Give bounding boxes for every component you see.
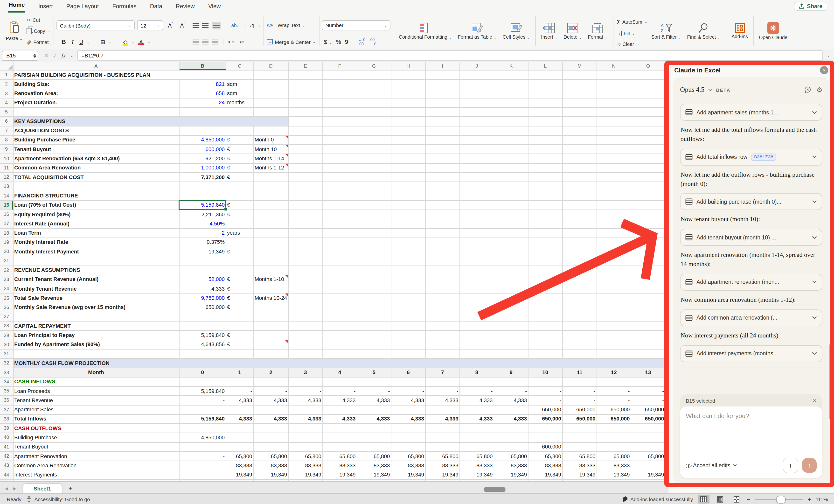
- cell-B38[interactable]: 5,159,840: [179, 414, 226, 424]
- cell-I14[interactable]: [425, 191, 460, 201]
- cell-L34[interactable]: [528, 377, 563, 387]
- cell-L18[interactable]: [528, 228, 563, 238]
- cell-E1[interactable]: [288, 70, 323, 80]
- zoom-slider[interactable]: [755, 499, 803, 500]
- row-header-40[interactable]: 40: [0, 433, 13, 442]
- cell-C43[interactable]: 83,333: [226, 461, 254, 470]
- cell-J44[interactable]: 19,349: [460, 470, 494, 480]
- cell-D7[interactable]: [254, 126, 288, 135]
- cell-M24[interactable]: [563, 284, 597, 293]
- cell-C18[interactable]: years: [226, 228, 254, 238]
- cell-A42[interactable]: Apartment Renovation: [13, 452, 179, 461]
- cell-D35[interactable]: -: [254, 387, 288, 396]
- cell-K35[interactable]: -: [494, 387, 528, 396]
- cell-E8[interactable]: [288, 135, 323, 145]
- cell-C1[interactable]: [226, 70, 254, 80]
- cell-J16[interactable]: [460, 210, 494, 219]
- cell-C22[interactable]: [226, 265, 254, 275]
- cell-N21[interactable]: [597, 256, 631, 266]
- cancel-entry-icon[interactable]: ✕: [44, 52, 48, 59]
- cell-F34[interactable]: [323, 377, 357, 387]
- cell-G28[interactable]: [357, 321, 391, 331]
- cell-A24[interactable]: Monthly Tenant Revenue: [13, 284, 179, 293]
- tool-call-card[interactable]: Add interest payments (months ...: [680, 345, 822, 362]
- cell-M31[interactable]: [563, 349, 597, 359]
- next-sheet-icon[interactable]: ▶: [13, 486, 16, 491]
- cell-D21[interactable]: [254, 256, 288, 266]
- cell-B4[interactable]: 24: [179, 98, 226, 108]
- cell-H8[interactable]: [391, 135, 425, 145]
- row-header-42[interactable]: 42: [0, 452, 13, 461]
- cell-K1[interactable]: [494, 70, 528, 80]
- select-all-corner[interactable]: [0, 62, 13, 70]
- cell-H40[interactable]: -: [391, 433, 425, 442]
- format-painter-button[interactable]: Format: [26, 39, 51, 46]
- cell-H31[interactable]: [391, 349, 425, 359]
- cell-O39[interactable]: [631, 424, 665, 433]
- cell-C6[interactable]: [226, 117, 254, 126]
- cell-D6[interactable]: [254, 117, 288, 126]
- cell-E43[interactable]: 83,333: [288, 461, 323, 470]
- cell-M5[interactable]: [563, 107, 597, 117]
- cell-L8[interactable]: [528, 135, 563, 145]
- cell-F5[interactable]: [323, 107, 357, 117]
- cell-H22[interactable]: [391, 265, 425, 275]
- format-as-table-button[interactable]: Format as Table ⌄: [455, 22, 500, 40]
- cell-F1[interactable]: [323, 70, 357, 80]
- row-header-8[interactable]: 8: [0, 135, 13, 145]
- cell-L10[interactable]: [528, 154, 563, 163]
- cell-I13[interactable]: [425, 182, 460, 191]
- cell-C26[interactable]: €: [226, 303, 254, 312]
- cell-C12[interactable]: €: [226, 173, 254, 182]
- cell-O11[interactable]: [631, 163, 665, 173]
- tool-call-card[interactable]: Add tenant buyout (month 10) ...: [680, 229, 822, 246]
- cell-O19[interactable]: [631, 238, 665, 247]
- feedback-icon[interactable]: [804, 86, 812, 93]
- cell-C34[interactable]: [226, 377, 254, 387]
- cell-L30[interactable]: [528, 340, 563, 349]
- cell-B27[interactable]: [179, 312, 226, 322]
- cell-L43[interactable]: 83,333: [528, 461, 563, 470]
- column-header-H[interactable]: H: [391, 62, 425, 70]
- cell-B6[interactable]: [179, 117, 226, 126]
- cell-K29[interactable]: [494, 331, 528, 340]
- cell-O26[interactable]: [631, 303, 665, 312]
- cell-I42[interactable]: 65,800: [425, 452, 460, 461]
- column-header-B[interactable]: B: [179, 62, 226, 70]
- cell-B35[interactable]: 5,159,840: [179, 387, 226, 396]
- cell-H27[interactable]: [391, 312, 425, 322]
- row-header-10[interactable]: 10: [0, 154, 13, 163]
- row-header-7[interactable]: 7: [0, 126, 13, 135]
- cell-A25[interactable]: Total Sale Revenue: [13, 293, 179, 303]
- cell-O14[interactable]: [631, 191, 665, 201]
- cell-H33[interactable]: 6: [391, 368, 425, 377]
- cell-M23[interactable]: [563, 275, 597, 284]
- cell-N39[interactable]: [597, 424, 631, 433]
- cell-D15[interactable]: [254, 200, 288, 210]
- cell-C11[interactable]: €: [226, 163, 254, 173]
- cell-F15[interactable]: [323, 200, 357, 210]
- cell-B14[interactable]: [179, 191, 226, 201]
- cell-N27[interactable]: [597, 312, 631, 322]
- row-header-35[interactable]: 35: [0, 387, 13, 396]
- cell-E14[interactable]: [288, 191, 323, 201]
- cell-B20[interactable]: 19,349: [179, 247, 226, 256]
- cell-G4[interactable]: [357, 98, 391, 108]
- cell-C15[interactable]: €: [226, 200, 254, 210]
- cell-B7[interactable]: [179, 126, 226, 135]
- claude-panel-scrollbar[interactable]: [829, 344, 833, 420]
- row-header-4[interactable]: 4: [0, 98, 13, 108]
- ribbon-tab-page-layout[interactable]: Page Layout: [66, 0, 100, 13]
- row-header-33[interactable]: 33: [0, 368, 13, 377]
- normal-view-icon[interactable]: [698, 495, 709, 504]
- prev-sheet-icon[interactable]: ◀: [5, 486, 8, 491]
- cell-E18[interactable]: [288, 228, 323, 238]
- cell-F25[interactable]: [323, 293, 357, 303]
- cell-L42[interactable]: 65,800: [528, 452, 563, 461]
- orientation-button[interactable]: ab⟋: [231, 23, 240, 28]
- ribbon-tab-review[interactable]: Review: [175, 0, 195, 13]
- conditional-formatting-button[interactable]: Conditional Formatting ⌄: [396, 22, 455, 40]
- copy-button[interactable]: Copy ⌄: [26, 27, 51, 35]
- cell-H23[interactable]: [391, 275, 425, 284]
- cell-L16[interactable]: [528, 210, 563, 219]
